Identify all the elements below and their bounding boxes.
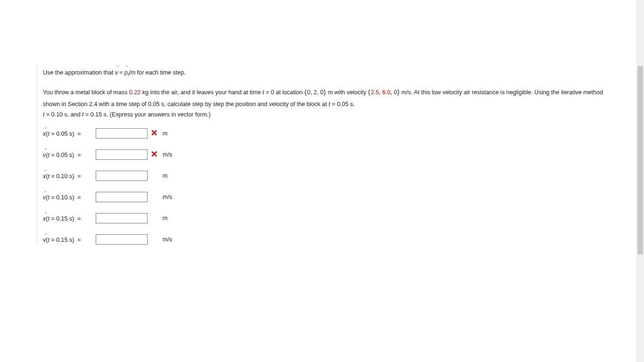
vector-v: v xyxy=(43,193,46,201)
answer-input-v-0.10[interactable] xyxy=(96,192,148,202)
vector-x: x xyxy=(43,214,46,222)
row-label: v(t = 0.10 s) = xyxy=(43,193,96,201)
unit-label: m/s xyxy=(161,194,172,200)
unit-label: m/s xyxy=(161,151,172,158)
vector-v: v xyxy=(43,150,46,158)
rangle: ⟩ xyxy=(323,89,326,96)
text: You throw a metal block of mass xyxy=(43,89,129,96)
unit-label: m/s xyxy=(161,236,172,243)
rangle: ⟩ xyxy=(397,89,400,96)
approximation-line: Use the approximation that v ≈ pf/m for … xyxy=(43,66,613,79)
vector-v: v xyxy=(43,235,46,243)
var-m: m xyxy=(131,69,135,76)
answer-row-x-0.10: x(t = 0.10 s) =m xyxy=(43,170,613,181)
text: Use the approximation that xyxy=(43,69,115,76)
answer-input-x-0.15[interactable] xyxy=(96,213,148,223)
location-vector: 0, 2, 0 xyxy=(307,89,323,96)
mark-cell xyxy=(148,150,161,158)
row-label: x(t = 0.15 s) = xyxy=(43,214,96,222)
text: kg into the air, and it leaves your hand… xyxy=(142,89,263,96)
incorrect-icon xyxy=(151,129,157,136)
vector-x: x xyxy=(43,129,46,137)
unit-label: m xyxy=(161,215,167,222)
vector-x: x xyxy=(43,172,46,180)
text: at location xyxy=(276,89,304,96)
mass-value: 0.22 xyxy=(129,89,140,96)
vector-v: v xyxy=(115,66,118,78)
vector-p: p xyxy=(124,66,128,78)
answer-row-x-0.15: x(t = 0.15 s) =m xyxy=(43,213,613,224)
answer-row-x-0.05: x(t = 0.05 s) =m xyxy=(43,128,613,139)
comma: , xyxy=(379,89,382,96)
answer-row-v-0.10: v(t = 0.10 s) =m/s xyxy=(43,191,613,203)
express-hint: (Express your answers in vector form.) xyxy=(110,111,211,118)
vx: 2.5 xyxy=(371,89,379,96)
approx-sign: ≈ xyxy=(120,69,124,76)
row-label: x(t = 0.05 s) = xyxy=(43,129,96,137)
scrollbar-thumb[interactable] xyxy=(637,66,643,255)
row-label: x(t = 0.10 s) = xyxy=(43,172,96,180)
t2: = 0.10 s, and xyxy=(44,111,82,118)
unit-label: m xyxy=(161,173,167,179)
answer-row-v-0.15: v(t = 0.15 s) =m/s xyxy=(43,234,613,245)
answer-input-x-0.05[interactable] xyxy=(96,128,148,139)
text: m with velocity xyxy=(328,89,368,96)
unit-label: m xyxy=(161,130,167,137)
answer-input-v-0.05[interactable] xyxy=(96,149,148,160)
text: for each time step. xyxy=(137,69,186,76)
mark-cell xyxy=(148,129,161,137)
t3: = 0.15 s. xyxy=(84,111,108,118)
answer-row-v-0.05: v(t = 0.05 s) =m/s xyxy=(43,149,613,160)
vy: 6.0 xyxy=(382,89,390,96)
scrollbar-vertical[interactable] xyxy=(636,0,644,362)
problem-statement: You throw a metal block of mass 0.22 kg … xyxy=(43,86,613,120)
incorrect-icon xyxy=(151,150,157,157)
text: = 0 xyxy=(264,89,274,96)
subscript-f: f xyxy=(128,73,129,77)
answer-input-x-0.10[interactable] xyxy=(96,171,148,181)
row-label: v(t = 0.05 s) = xyxy=(43,150,96,158)
t1: = 0.05 s, xyxy=(330,101,355,107)
row-label: v(t = 0.15 s) = xyxy=(43,235,96,243)
answer-input-v-0.15[interactable] xyxy=(96,234,148,245)
answer-rows: x(t = 0.05 s) =mv(t = 0.05 s) =m/sx(t = … xyxy=(43,128,613,245)
question-content: Use the approximation that v ≈ pf/m for … xyxy=(37,66,613,245)
